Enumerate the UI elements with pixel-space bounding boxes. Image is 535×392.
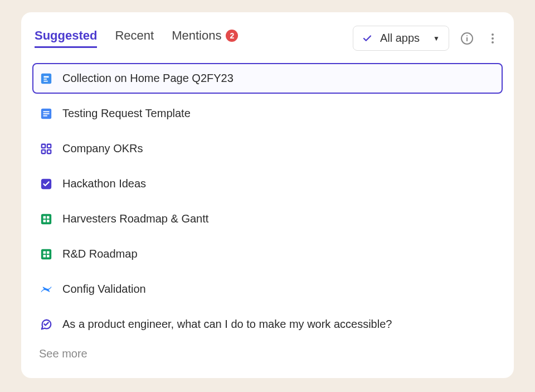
doc-icon (40, 108, 52, 120)
list-item[interactable]: As a product engineer, what can I do to … (32, 309, 503, 340)
svg-rect-22 (43, 251, 46, 254)
tab-label: Suggested (35, 28, 97, 43)
svg-rect-8 (43, 111, 50, 112)
svg-rect-16 (41, 214, 51, 224)
tab-label: Recent (115, 28, 154, 43)
header-actions: All apps ▼ (353, 26, 500, 51)
tab-label: Mentions (172, 28, 221, 43)
svg-point-2 (466, 35, 468, 36)
list-item[interactable]: Collection on Home Page Q2FY23 (32, 63, 503, 94)
header-row: Suggested Recent Mentions 2 All apps ▼ (32, 26, 503, 51)
confluence-icon (40, 283, 52, 296)
svg-rect-9 (43, 113, 50, 114)
sheet-icon (40, 213, 52, 225)
svg-rect-19 (43, 219, 46, 222)
list-item-title: Collection on Home Page Q2FY23 (62, 72, 234, 85)
tab-suggested[interactable]: Suggested (35, 28, 97, 48)
more-menu-button[interactable] (485, 31, 500, 46)
list-item[interactable]: Company OKRs (32, 133, 503, 164)
list-item-title: Testing Request Template (62, 107, 191, 120)
list-item[interactable]: Testing Request Template (32, 98, 503, 129)
info-button[interactable] (459, 31, 475, 46)
list-item[interactable]: R&D Roadmap (32, 239, 503, 269)
list-item[interactable]: Hackathon Ideas (32, 168, 503, 199)
suggestions-list: Collection on Home Page Q2FY23Testing Re… (32, 63, 503, 340)
svg-rect-17 (43, 216, 46, 219)
list-item-title: R&D Roadmap (62, 248, 138, 260)
list-item[interactable]: Harvesters Roadmap & Gantt (32, 204, 503, 234)
svg-rect-18 (47, 216, 50, 219)
svg-rect-21 (41, 249, 51, 259)
see-more-label: See more (39, 347, 87, 360)
svg-point-4 (492, 37, 494, 40)
mentions-count-badge: 2 (226, 30, 238, 42)
list-item-title: Config Validation (62, 283, 146, 296)
see-more-link[interactable]: See more (32, 340, 503, 368)
svg-rect-14 (47, 149, 51, 153)
list-item-title: Hackathon Ideas (62, 177, 146, 190)
chat-check-icon (40, 318, 52, 331)
apps-filter-dropdown[interactable]: All apps ▼ (353, 26, 449, 51)
list-item-title: Company OKRs (62, 142, 143, 155)
svg-rect-11 (42, 144, 45, 147)
check-icon (362, 33, 372, 43)
list-item-title: Harvesters Roadmap & Gantt (62, 212, 208, 225)
chevron-down-icon: ▼ (433, 35, 440, 42)
svg-rect-24 (43, 254, 46, 257)
suggestions-card: Suggested Recent Mentions 2 All apps ▼ (21, 12, 514, 378)
svg-rect-23 (47, 251, 50, 254)
svg-point-5 (492, 41, 494, 43)
tabs: Suggested Recent Mentions 2 (35, 28, 238, 48)
svg-rect-25 (47, 254, 50, 257)
tab-recent[interactable]: Recent (115, 28, 154, 48)
tab-mentions[interactable]: Mentions 2 (172, 28, 238, 48)
svg-rect-10 (43, 115, 47, 116)
collection-icon (40, 72, 52, 85)
list-item-title: As a product engineer, what can I do to … (62, 318, 392, 331)
answer-icon (40, 178, 52, 190)
svg-point-3 (492, 33, 494, 36)
svg-rect-12 (47, 144, 51, 147)
apps-filter-label: All apps (380, 32, 420, 45)
svg-rect-13 (42, 149, 45, 153)
sheet-icon (40, 248, 52, 260)
svg-rect-20 (47, 219, 50, 222)
list-item[interactable]: Config Validation (32, 274, 503, 304)
grid-icon (40, 143, 52, 155)
